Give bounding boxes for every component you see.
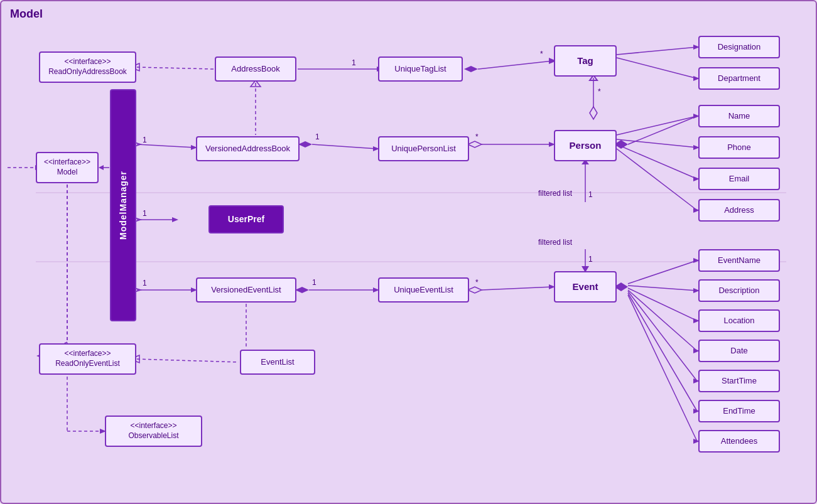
box-readonly-address-book: <<interface>>ReadOnlyAddressBook [39,51,136,83]
svg-marker-31 [468,141,482,147]
box-model-manager: ModelManager [110,89,136,321]
svg-marker-51 [172,217,178,222]
svg-line-41 [617,149,697,210]
svg-line-72 [628,260,697,284]
svg-line-74 [628,286,697,291]
svg-line-15 [617,47,697,55]
box-unique-event-list: UniqueEventList [378,277,469,303]
box-event: Event [554,271,617,303]
svg-line-21 [137,144,195,147]
svg-text:1: 1 [352,58,356,67]
box-date: Date [698,340,780,362]
box-start-time: StartTime [698,370,780,392]
svg-marker-59 [295,287,309,293]
box-unique-person-list: UniquePersonList [378,136,469,161]
svg-text:1: 1 [143,209,147,218]
svg-text:*: * [475,132,479,141]
svg-text:*: * [598,87,601,96]
svg-marker-20 [99,165,104,170]
svg-marker-7 [464,66,478,72]
svg-text:1: 1 [143,279,147,287]
box-observable-list: <<interface>>ObservableList [105,416,202,447]
svg-line-26 [312,144,377,149]
box-event-name: EventName [698,249,780,272]
svg-marker-63 [468,287,482,293]
box-event-list: EventList [240,350,315,375]
box-phone: Phone [698,136,780,159]
svg-text:filtered list: filtered list [538,189,573,198]
box-department: Department [698,67,780,90]
svg-line-37 [617,139,697,147]
svg-line-82 [628,293,697,411]
svg-text:filtered list: filtered list [538,238,573,247]
box-attendees: Attendees [698,430,780,453]
box-person: Person [554,130,617,161]
box-end-time: EndTime [698,400,780,422]
box-user-pref: UserPref [208,205,284,233]
svg-line-78 [628,290,697,351]
svg-line-35 [617,116,697,135]
svg-line-80 [628,291,697,381]
box-name: Name [698,105,780,127]
box-tag: Tag [554,45,617,77]
box-address: Address [698,199,780,222]
svg-line-88 [137,359,239,362]
diagram-title: Model [10,8,43,21]
svg-text:1: 1 [143,136,147,144]
box-interface-model: <<interface>>Model [36,152,99,183]
svg-line-2 [137,67,214,69]
svg-line-84 [628,295,697,441]
svg-text:1: 1 [315,132,320,141]
box-versioned-event-list: VersionedEventList [196,277,296,303]
svg-line-39 [617,144,697,179]
svg-text:1: 1 [588,255,593,264]
svg-line-8 [478,61,553,69]
box-designation: Designation [698,36,780,58]
svg-line-76 [628,288,697,321]
svg-text:*: * [540,50,543,58]
box-location: Location [698,309,780,332]
box-email: Email [698,168,780,190]
box-description: Description [698,279,780,302]
svg-marker-11 [590,107,597,119]
svg-line-17 [617,58,697,78]
svg-line-64 [482,287,553,290]
box-readonly-event-list: <<interface>>ReadOnlyEventList [39,343,136,375]
svg-text:*: * [475,278,479,287]
svg-text:1: 1 [312,278,317,287]
svg-marker-25 [298,141,312,147]
svg-line-44 [628,116,697,144]
svg-text:1: 1 [588,190,593,199]
box-versioned-address-book: VersionedAddressBook [196,136,300,161]
box-address-book: AddressBook [215,56,296,82]
diagram-container: Model 1 * * [0,0,817,504]
box-unique-tag-list: UniqueTagList [378,56,463,82]
